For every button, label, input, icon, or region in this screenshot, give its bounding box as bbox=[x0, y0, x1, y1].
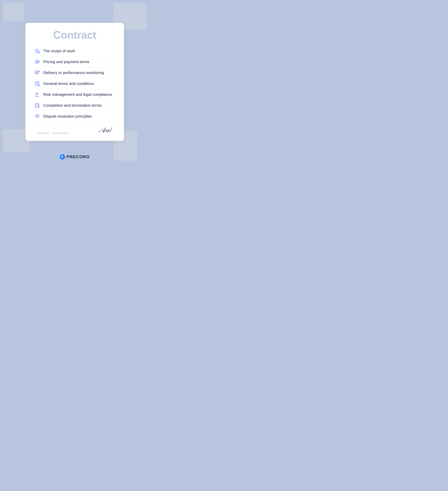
signature-lines bbox=[37, 133, 69, 133]
logo-text: PRECORO bbox=[67, 154, 90, 159]
svg-point-6 bbox=[36, 115, 37, 116]
svg-point-7 bbox=[38, 115, 39, 116]
list-item: Delivery or performance monitoring bbox=[34, 67, 115, 78]
gavel-icon bbox=[34, 92, 40, 97]
list-item: Pricing and payment terms bbox=[34, 57, 115, 67]
bg-decor-top-left bbox=[3, 3, 24, 21]
item-dispute-label: Dispute resolution principles bbox=[43, 114, 92, 119]
item-delivery-label: Delivery or performance monitoring bbox=[43, 70, 104, 75]
list-item: Risk management and legal compliance bbox=[34, 89, 115, 100]
item-completion-label: Completion and termination terms bbox=[43, 103, 102, 108]
item-general-label: General terms and conditions bbox=[43, 81, 94, 86]
contract-items-list: The scope of work Pricing and payment te… bbox=[34, 46, 115, 122]
list-item: Dispute resolution principles bbox=[34, 111, 115, 122]
sig-line-2 bbox=[52, 133, 69, 133]
contract-card: Contract The scope of work bbox=[25, 23, 124, 141]
precoro-logo: PRECORO bbox=[59, 154, 90, 160]
people-gear-icon bbox=[34, 113, 40, 119]
list-item: Completion and termination terms bbox=[34, 100, 115, 111]
precoro-logo-icon bbox=[59, 154, 65, 160]
briefcase-clock-icon bbox=[34, 48, 40, 54]
doc-clock-icon bbox=[34, 81, 40, 86]
list-item: The scope of work bbox=[34, 46, 115, 57]
item-risk-label: Risk management and legal compliance bbox=[43, 92, 112, 97]
item-pricing-label: Pricing and payment terms bbox=[43, 59, 89, 64]
sig-line-1 bbox=[37, 133, 49, 133]
item-scope-label: The scope of work bbox=[43, 49, 75, 53]
doc-edit-icon bbox=[34, 102, 40, 108]
signature-area: 𝒜𝓌/ bbox=[34, 126, 115, 133]
signature-scrawl: 𝒜𝓌/ bbox=[99, 126, 112, 133]
page-title: Contract bbox=[34, 29, 115, 41]
svg-rect-3 bbox=[35, 71, 39, 73]
list-item: General terms and conditions bbox=[34, 78, 115, 89]
coin-list-icon bbox=[34, 59, 40, 65]
chart-barcode-icon bbox=[34, 70, 40, 76]
